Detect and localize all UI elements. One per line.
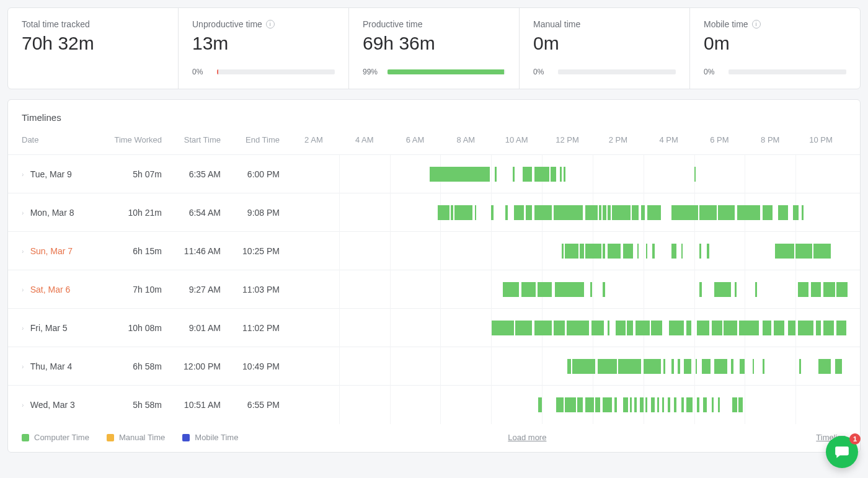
timeline-segment[interactable] — [580, 244, 583, 259]
timeline-segment[interactable] — [703, 397, 707, 412]
timeline-segment[interactable] — [554, 205, 583, 220]
timeline-segment[interactable] — [778, 205, 788, 220]
timeline-segment[interactable] — [763, 321, 771, 335]
timeline-segment[interactable] — [714, 282, 731, 297]
timeline-segment[interactable] — [556, 397, 564, 412]
timeline-row[interactable]: ›Sat, Mar 67h 10m9:27 AM11:03 PM — [8, 270, 860, 309]
timeline-segment[interactable] — [603, 205, 606, 220]
timeline-segment[interactable] — [686, 397, 693, 412]
timeline-segment[interactable] — [823, 321, 833, 335]
timeline-row[interactable]: ›Thu, Mar 46h 58m12:00 PM10:49 PM — [8, 347, 860, 386]
timeline-segment[interactable] — [712, 397, 714, 412]
timeline-segment[interactable] — [646, 244, 647, 259]
timeline-segment[interactable] — [651, 397, 655, 412]
timeline-segment[interactable] — [740, 359, 745, 374]
timeline-segment[interactable] — [763, 205, 773, 220]
timeline-segment[interactable] — [560, 167, 562, 182]
timeline-row[interactable]: ›Wed, Mar 35h 58m10:51 AM6:55 PM — [8, 386, 860, 424]
timeline-segment[interactable] — [735, 282, 737, 297]
timeline-row[interactable]: ›Tue, Mar 95h 07m6:35 AM6:00 PM — [8, 155, 860, 193]
timeline-segment[interactable] — [475, 205, 476, 220]
timeline-segment[interactable] — [674, 397, 676, 412]
row-date-cell[interactable]: ›Sat, Mar 6 — [22, 285, 112, 294]
timeline-segment[interactable] — [798, 321, 813, 335]
timeline-segment[interactable] — [513, 167, 515, 182]
timeline-segment[interactable] — [567, 321, 589, 335]
timeline-segment[interactable] — [598, 359, 617, 374]
timeline-segment[interactable] — [798, 282, 808, 297]
timeline-segment[interactable] — [652, 244, 655, 259]
timeline-segment[interactable] — [669, 321, 684, 335]
timeline-segment[interactable] — [595, 397, 600, 412]
row-date-cell[interactable]: ›Wed, Mar 3 — [22, 400, 112, 410]
timeline-segment[interactable] — [534, 205, 552, 220]
timeline-segment[interactable] — [618, 359, 641, 374]
timeline-segment[interactable] — [567, 359, 571, 374]
timeline-segment[interactable] — [836, 282, 848, 297]
timeline-segment[interactable] — [739, 321, 759, 335]
timeline-row[interactable]: ›Mon, Mar 810h 21m6:54 AM9:08 PM — [8, 193, 860, 232]
timeline-segment[interactable] — [451, 205, 453, 220]
load-more-link[interactable]: Load more — [508, 433, 546, 442]
timeline-segment[interactable] — [585, 205, 598, 220]
timeline-segment[interactable] — [491, 205, 493, 220]
timeline-segment[interactable] — [813, 244, 831, 259]
timeline-row[interactable]: ›Fri, Mar 510h 08m9:01 AM11:02 PM — [8, 309, 860, 347]
timeline-segment[interactable] — [623, 244, 633, 259]
timeline-segment[interactable] — [538, 397, 542, 412]
timeline-segment[interactable] — [523, 167, 531, 182]
timeline-segment[interactable] — [684, 359, 691, 374]
timeline-segment[interactable] — [732, 397, 737, 412]
timeline-segment[interactable] — [627, 321, 633, 335]
info-icon[interactable]: i — [752, 20, 761, 29]
timeline-segment[interactable] — [591, 321, 604, 335]
timeline-segment[interactable] — [651, 321, 662, 335]
timeline-segment[interactable] — [763, 359, 764, 374]
timeline-segment[interactable] — [492, 321, 514, 335]
timeline-segment[interactable] — [608, 244, 620, 259]
timeline-segment[interactable] — [662, 397, 663, 412]
timeline-segment[interactable] — [802, 205, 803, 220]
timeline-segment[interactable] — [707, 244, 709, 259]
timeline-segment[interactable] — [565, 244, 579, 259]
timeline-segment[interactable] — [632, 205, 638, 220]
timeline-segment[interactable] — [514, 205, 524, 220]
timeline-segment[interactable] — [636, 321, 650, 335]
timeline-segment[interactable] — [681, 397, 684, 412]
timeline-segment[interactable] — [718, 397, 719, 412]
info-icon[interactable]: i — [266, 20, 275, 29]
timeline-segment[interactable] — [668, 397, 670, 412]
timeline-segment[interactable] — [603, 282, 605, 297]
timeline-segment[interactable] — [630, 397, 632, 412]
timeline-segment[interactable] — [681, 244, 683, 259]
timeline-segment[interactable] — [699, 244, 701, 259]
timeline-segment[interactable] — [634, 397, 637, 412]
timeline-segment[interactable] — [835, 359, 842, 374]
timeline-segment[interactable] — [686, 321, 691, 335]
timeline-segment[interactable] — [565, 397, 576, 412]
timeline-segment[interactable] — [585, 244, 602, 259]
timeline-segment[interactable] — [555, 282, 584, 297]
timeline-segment[interactable] — [795, 244, 812, 259]
timeline-segment[interactable] — [678, 359, 680, 374]
timeline-segment[interactable] — [495, 167, 496, 182]
timeline-segment[interactable] — [612, 205, 631, 220]
timeline-segment[interactable] — [724, 321, 738, 335]
timeline-segment[interactable] — [811, 282, 821, 297]
timeline-segment[interactable] — [714, 359, 727, 374]
row-date-cell[interactable]: ›Mon, Mar 8 — [22, 208, 112, 218]
timeline-segment[interactable] — [694, 167, 696, 182]
timeline-row[interactable]: ›Sun, Mar 76h 15m11:46 AM10:25 PM — [8, 232, 860, 270]
timeline-segment[interactable] — [737, 205, 760, 220]
timeline-segment[interactable] — [603, 397, 611, 412]
row-date-cell[interactable]: ›Tue, Mar 9 — [22, 169, 112, 179]
timeline-segment[interactable] — [671, 205, 698, 220]
row-date-cell[interactable]: ›Fri, Mar 5 — [22, 323, 112, 333]
timeline-segment[interactable] — [818, 359, 831, 374]
timeline-segment[interactable] — [657, 397, 659, 412]
timeline-segment[interactable] — [623, 397, 628, 412]
timeline-segment[interactable] — [641, 205, 645, 220]
timeline-segment[interactable] — [755, 282, 757, 297]
timeline-segment[interactable] — [836, 321, 846, 335]
timeline-segment[interactable] — [503, 282, 520, 297]
